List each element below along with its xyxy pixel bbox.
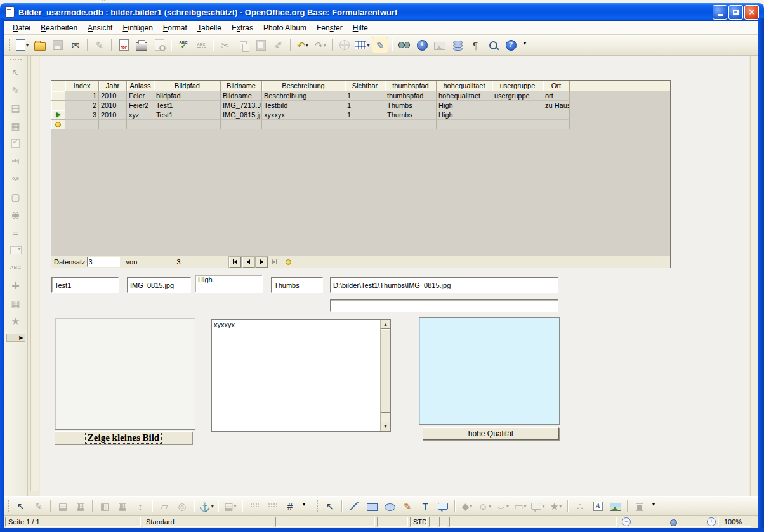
toolbar-grip[interactable] [315, 499, 319, 513]
navigator-icon[interactable] [414, 37, 430, 53]
cell-index[interactable] [65, 120, 99, 129]
cell-bildpfad[interactable]: Test1 [154, 101, 221, 110]
scrollbar-thumb[interactable] [381, 329, 390, 413]
cell-anlass[interactable]: xyz [127, 110, 154, 120]
menu-ansicht[interactable]: Ansicht [82, 22, 117, 34]
help-icon[interactable] [503, 37, 519, 53]
cell-index[interactable]: 2 [65, 101, 99, 110]
cell-beschreibung[interactable] [262, 120, 345, 129]
column-header-anlass[interactable]: Anlass [127, 81, 154, 91]
export-as-pdf-icon[interactable] [115, 37, 132, 53]
cell-thumbspfad[interactable]: Thumbs [385, 110, 437, 120]
menu-fenster[interactable]: Fenster [312, 22, 348, 34]
zoom-icon[interactable] [485, 37, 501, 53]
table-row[interactable] [51, 120, 670, 129]
textarea-scrollbar[interactable]: ▲ ▼ [380, 320, 390, 431]
menu-bearbeiten[interactable]: Bearbeiten [36, 22, 82, 34]
previous-record-button[interactable] [242, 257, 254, 268]
row-header[interactable] [51, 91, 65, 101]
cell-usergruppe[interactable] [492, 120, 543, 129]
column-header-thumbspfad[interactable]: thumbspfad [385, 81, 437, 91]
toolbar-options-icon[interactable]: ▾ [300, 499, 308, 509]
qualitaet-field[interactable]: High [195, 275, 263, 293]
toolbar-options-icon[interactable]: ▾ [520, 38, 529, 48]
cell-ort[interactable]: zu Haus [543, 101, 570, 110]
cell-beschreibung[interactable]: Testbild [262, 101, 345, 110]
menu-extras[interactable]: Extras [227, 22, 258, 34]
fontwork-gallery-icon[interactable] [589, 498, 606, 514]
cell-anlass[interactable]: Feier [127, 91, 154, 101]
change-anchor-icon[interactable]: ⚓▾ [198, 498, 214, 514]
select-icon[interactable]: ↖ [322, 498, 338, 514]
rectangle-icon[interactable] [364, 498, 380, 514]
undo-icon[interactable]: ↶▾ [294, 37, 311, 53]
close-button[interactable]: × [744, 5, 759, 20]
menu-photo-album[interactable]: Photo Album [258, 22, 312, 34]
cell-thumbspfad[interactable]: Thumbs [385, 101, 437, 110]
column-header-beschreibung[interactable]: Beschreibung [262, 81, 345, 91]
vertical-scrollbar[interactable] [750, 56, 758, 496]
record-number-input[interactable] [87, 257, 120, 267]
menu-datei[interactable]: Datei [8, 22, 36, 34]
high-quality-button[interactable]: hohe Qualität [423, 427, 559, 440]
toolbar-options-icon[interactable]: ▾ [649, 499, 658, 509]
toolbar-grip[interactable] [9, 58, 23, 61]
new-record-marker[interactable] [51, 120, 65, 129]
cell-bildname[interactable]: Bildname [221, 91, 262, 101]
table-row[interactable]: 22010Feier2Test1IMG_7213.JFTestbild1Thum… [51, 101, 670, 110]
cell-sichtbar[interactable]: 1 [345, 110, 385, 120]
cell-anlass[interactable] [127, 120, 154, 129]
new-record-button[interactable] [282, 257, 294, 268]
open-icon[interactable] [32, 37, 48, 53]
column-header-sichtbar[interactable]: Sichtbar [345, 81, 385, 91]
cell-hohequalitaet[interactable]: hohequalitaet [437, 91, 492, 101]
column-header-index[interactable]: Index [65, 81, 99, 91]
menu-einfügen[interactable]: Einfügen [117, 22, 157, 34]
column-header-bildname[interactable]: Bildname [221, 81, 262, 91]
cell-jahr[interactable]: 2010 [99, 101, 127, 110]
column-header-usergruppe[interactable]: usergruppe [492, 81, 543, 91]
grid-corner-cell[interactable] [51, 81, 65, 91]
cell-usergruppe[interactable] [492, 110, 543, 120]
cell-bildpfad[interactable]: bildpfad [154, 91, 221, 101]
table-row[interactable]: 32010xyzTest1IMG_0815.jpxyxxyx1ThumbsHig… [51, 110, 670, 120]
cell-beschreibung[interactable]: xyxxyx [262, 110, 345, 120]
scroll-down-button[interactable]: ▼ [381, 422, 390, 431]
scroll-up-button[interactable]: ▲ [381, 320, 390, 329]
cell-ort[interactable] [543, 110, 570, 120]
cell-index[interactable]: 1 [65, 91, 99, 101]
column-header-jahr[interactable]: Jahr [99, 81, 127, 91]
maximize-button[interactable] [728, 5, 743, 20]
cell-hohequalitaet[interactable]: High [437, 110, 492, 120]
document-as-email-icon[interactable]: ✉ [67, 37, 84, 53]
print-icon[interactable] [133, 37, 150, 53]
textarea-text[interactable]: xyxxyx [212, 320, 380, 431]
cell-usergruppe[interactable]: usergruppe [492, 91, 543, 101]
callouts-icon[interactable] [435, 498, 451, 514]
data-sources-icon[interactable] [449, 37, 466, 53]
cell-jahr[interactable]: 2010 [99, 110, 127, 120]
helplines-while-moving-icon[interactable]: # [282, 498, 298, 514]
cell-bildpfad[interactable]: Test1 [154, 110, 221, 120]
zoom-in-button[interactable]: + [707, 517, 716, 526]
column-header-hohequalitaet[interactable]: hohequalitaet [437, 81, 492, 91]
pfad-field[interactable] [330, 277, 558, 293]
new-document-icon[interactable]: ▾ [14, 37, 30, 53]
find-and-replace-icon[interactable] [396, 37, 412, 53]
freeform-line-icon[interactable]: ✎ [399, 498, 416, 514]
toolbar-grip[interactable] [6, 499, 10, 513]
cell-ort[interactable] [543, 120, 570, 129]
bildname-field[interactable] [127, 277, 191, 293]
next-record-button[interactable] [256, 257, 268, 268]
from-file-icon[interactable] [607, 498, 624, 514]
cell-thumbspfad[interactable] [385, 120, 437, 129]
insert-table-icon[interactable]: ▾ [354, 37, 371, 53]
ellipse-icon[interactable] [381, 498, 398, 514]
cell-sichtbar[interactable]: 1 [345, 101, 385, 110]
cell-bildpfad[interactable] [154, 120, 221, 129]
zoom-level[interactable]: 100% [721, 517, 751, 527]
cell-index[interactable]: 3 [65, 110, 99, 120]
column-header-ort[interactable]: Ort [543, 81, 570, 91]
zoom-slider-thumb[interactable] [670, 519, 677, 526]
spellcheck-icon[interactable] [175, 37, 192, 53]
